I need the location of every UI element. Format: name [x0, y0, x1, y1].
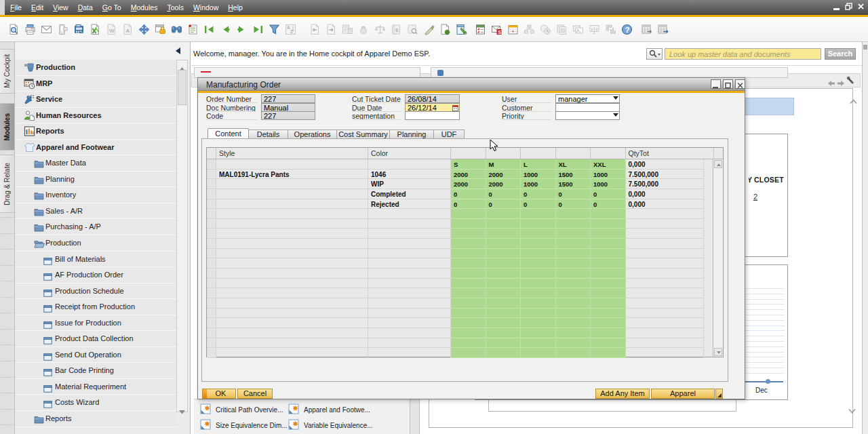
sidebar-item-purchasing-a-p[interactable]: Purchasing - A/P	[15, 219, 176, 235]
dialog-tab-operations[interactable]: Operations	[288, 130, 337, 139]
sidebar-item-receipt-from-production[interactable]: Receipt from Production	[15, 299, 176, 315]
export-pdf-icon[interactable]: A	[122, 24, 134, 35]
segmentation-field[interactable]	[405, 111, 460, 120]
search-input[interactable]	[665, 48, 821, 60]
cancel-button[interactable]: Cancel	[237, 389, 273, 399]
journal-entry-icon[interactable]: $	[391, 24, 402, 35]
table-scroll-down-icon[interactable]	[714, 348, 722, 356]
export-word-icon[interactable]: W	[106, 24, 117, 35]
side-tab-my-cockpit[interactable]: My Cockpit	[0, 49, 14, 94]
sidebar-item-af-production-order[interactable]: AF Production Order	[15, 267, 176, 283]
dialog-tab-details[interactable]: Details	[249, 130, 288, 139]
table-empty-row[interactable]	[207, 239, 723, 249]
calendar-picker-icon[interactable]	[452, 104, 458, 111]
table-empty-row[interactable]	[207, 288, 723, 298]
export-excel-icon[interactable]	[90, 24, 101, 35]
base-document-icon[interactable]	[374, 24, 386, 35]
sidebar-item-human-resources[interactable]: Human Resources	[15, 108, 176, 124]
menu-go-to[interactable]: Go To	[98, 0, 126, 15]
cut-ticket-date-field[interactable]: 26/08/14	[405, 94, 460, 103]
sidebar-collapse-icon[interactable]	[176, 47, 180, 54]
presentation-icon[interactable]	[589, 24, 600, 35]
dialog-close-icon[interactable]	[735, 79, 745, 89]
sidebar-scrollbar[interactable]	[176, 60, 188, 412]
table-empty-row[interactable]	[207, 249, 723, 259]
table-scrollbar[interactable]	[713, 159, 723, 357]
sms-icon[interactable]	[57, 24, 68, 35]
table-size-header-row[interactable]: SMLXLXXL0,000	[207, 159, 723, 170]
launch-application-icon[interactable]	[138, 24, 150, 35]
previous-record-icon[interactable]	[220, 24, 231, 35]
user-field[interactable]: manager	[555, 94, 620, 103]
ok-button[interactable]: OK	[202, 389, 236, 399]
table-empty-row[interactable]	[207, 298, 723, 309]
apparel-expand-button[interactable]	[715, 389, 723, 399]
menu-window[interactable]: Window	[189, 0, 223, 15]
table-empty-row[interactable]	[207, 279, 723, 289]
table-row-0[interactable]: MAL0191-Lycra Pants104620002000100015001…	[207, 170, 723, 180]
menu-view[interactable]: View	[48, 0, 73, 15]
duplicate-icon[interactable]	[556, 24, 568, 35]
messages-icon[interactable]: S	[491, 24, 502, 35]
dialog-maximize-icon[interactable]	[723, 79, 733, 89]
sidebar-item-reports[interactable]: Reports	[15, 411, 176, 427]
document-settings-icon[interactable]	[439, 24, 451, 35]
search-type-button[interactable]	[646, 48, 663, 60]
form-settings-icon[interactable]	[456, 24, 467, 35]
next-record-icon[interactable]	[236, 24, 248, 35]
print-icon[interactable]	[24, 24, 36, 35]
cockpit-settings-wrench-icon[interactable]	[846, 76, 856, 88]
add-any-item-button[interactable]: Add Any Item	[595, 389, 650, 399]
sidebar-item-service[interactable]: Service	[15, 92, 176, 108]
table-row-3[interactable]: Rejected000000,000	[207, 199, 723, 210]
shortcuts-scrollbar[interactable]	[410, 399, 420, 434]
sidebar-scroll-up-icon[interactable]	[178, 62, 186, 67]
window-restore-icon[interactable]	[844, 2, 853, 11]
table-empty-row[interactable]	[207, 229, 723, 239]
gallery-icon[interactable]	[572, 24, 584, 35]
table-empty-row[interactable]	[207, 219, 723, 229]
grid-import-icon[interactable]	[657, 24, 669, 35]
first-record-icon[interactable]	[203, 24, 215, 35]
code-field[interactable]: 227	[261, 111, 315, 120]
table-empty-row[interactable]	[207, 309, 723, 319]
widgets-icon[interactable]	[605, 24, 616, 35]
dropdown-arrow-icon[interactable]	[613, 113, 618, 117]
table-empty-row[interactable]	[207, 258, 723, 269]
dialog-tab-udf[interactable]: UDF	[434, 130, 465, 139]
sidebar-item-master-data[interactable]: Master Data	[15, 155, 176, 172]
customer-field[interactable]	[555, 103, 620, 112]
doc-numbering-field[interactable]: Manual	[261, 103, 315, 112]
due-date-field[interactable]: 26/12/14	[405, 103, 460, 112]
sidebar-item-production[interactable]: Production	[15, 235, 176, 252]
menu-data[interactable]: Data	[73, 0, 98, 15]
dropdown-arrow-icon[interactable]	[613, 96, 618, 100]
sidebar-item-planning[interactable]: Planning	[15, 172, 176, 188]
print-preview-icon[interactable]	[8, 24, 20, 35]
menu-help[interactable]: Help	[223, 0, 248, 15]
sidebar-item-production[interactable]: Production	[15, 60, 176, 76]
checklist-icon[interactable]	[475, 24, 486, 35]
filter-icon[interactable]	[269, 24, 280, 35]
find-icon[interactable]	[171, 24, 182, 35]
dialog-tab-cost-summary[interactable]: Cost Summary	[337, 130, 390, 139]
sidebar-scroll-down-icon[interactable]	[178, 405, 186, 410]
menu-edit[interactable]: Edit	[26, 0, 48, 15]
table-empty-row[interactable]	[207, 328, 723, 338]
dialog-tab-content[interactable]: Content	[208, 128, 249, 139]
table-empty-row[interactable]	[207, 269, 723, 279]
table-scroll-up-icon[interactable]	[714, 160, 722, 168]
menu-file[interactable]: File	[5, 0, 26, 15]
payment-means-icon[interactable]	[342, 24, 353, 35]
widget-scroll-up-icon[interactable]	[850, 96, 857, 106]
menu-modules[interactable]: Modules	[126, 0, 163, 15]
menu-tools[interactable]: Tools	[162, 0, 189, 15]
sidebar-item-material-requeriment[interactable]: Material Requeriment	[15, 379, 176, 395]
widget-scroll-down-icon[interactable]	[848, 406, 856, 416]
lock-screen-icon[interactable]	[155, 24, 166, 35]
edit-icon[interactable]	[423, 24, 435, 35]
gross-profit-icon[interactable]	[358, 24, 370, 35]
side-tab-drag-relate[interactable]: Drag & Relate	[0, 155, 14, 213]
window-minimize-icon[interactable]	[832, 2, 841, 11]
table-empty-row[interactable]	[207, 209, 723, 219]
